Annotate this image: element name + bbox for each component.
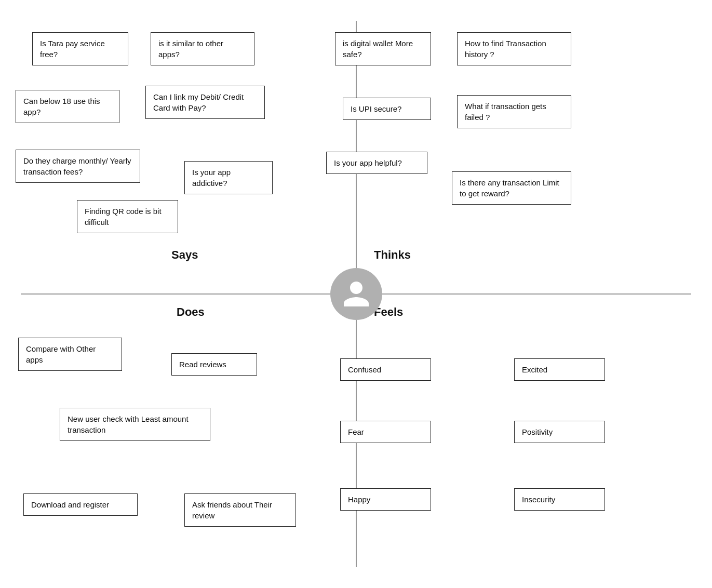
card-says-7: Finding QR code is bit difficult [77, 200, 178, 233]
card-says-2: is it similar to other apps? [151, 32, 254, 65]
card-does-1: Compare with Other apps [18, 338, 122, 371]
card-thinks-1: is digital wallet More safe? [335, 32, 431, 65]
card-thinks-6: Is there any transaction Limit to get re… [452, 171, 571, 205]
card-thinks-2: How to find Transaction history ? [457, 32, 571, 65]
label-does: Does [177, 305, 205, 319]
card-thinks-3: Is UPI secure? [343, 98, 431, 120]
card-says-4: Can I link my Debit/ Credit Card with Pa… [145, 86, 265, 119]
label-thinks: Thinks [374, 248, 411, 262]
card-says-1: Is Tara pay service free? [32, 32, 128, 65]
card-does-2: Read reviews [171, 353, 257, 376]
label-feels: Feels [374, 305, 403, 319]
card-thinks-4: What if transaction gets failed ? [457, 95, 571, 128]
empathy-map: Says Thinks Does Feels Is Tara pay servi… [0, 0, 712, 588]
card-feels-4: Positivity [514, 421, 605, 443]
card-feels-5: Happy [340, 488, 431, 511]
card-feels-2: Excited [514, 358, 605, 381]
card-says-5: Do they charge monthly/ Yearly transacti… [16, 150, 140, 183]
card-feels-3: Fear [340, 421, 431, 443]
card-feels-6: Insecurity [514, 488, 605, 511]
avatar [330, 268, 382, 320]
card-does-4: Download and register [23, 493, 138, 516]
label-says: Says [171, 248, 198, 262]
card-says-3: Can below 18 use this app? [16, 90, 119, 123]
card-thinks-5: Is your app helpful? [326, 152, 427, 174]
card-does-3: New user check with Least amount transac… [60, 408, 210, 441]
card-feels-1: Confused [340, 358, 431, 381]
card-does-5: Ask friends about Their review [184, 493, 296, 527]
card-says-6: Is your app addictive? [184, 161, 273, 194]
